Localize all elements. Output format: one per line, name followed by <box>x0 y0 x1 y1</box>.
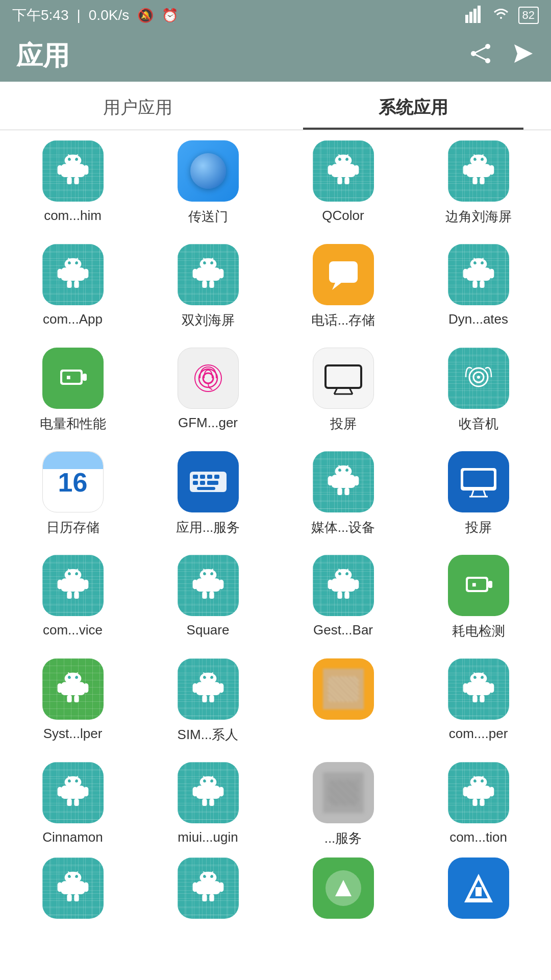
app-item-17[interactable]: com...vice <box>5 555 140 640</box>
svg-text:■: ■ <box>66 373 70 381</box>
svg-line-106 <box>471 491 473 497</box>
svg-rect-133 <box>354 580 359 590</box>
svg-rect-134 <box>337 592 342 599</box>
svg-rect-52 <box>192 269 197 279</box>
app-item-9[interactable]: ■ 电量和性能 <box>5 348 140 433</box>
page-title: 应用 <box>16 38 69 74</box>
app-item-30[interactable] <box>140 857 276 925</box>
svg-rect-42 <box>57 269 62 279</box>
app-label: miui...ugin <box>178 829 238 845</box>
app-item-14[interactable]: 应用...服务 <box>140 451 276 536</box>
battery-indicator: 82 <box>518 7 539 24</box>
svg-rect-141 <box>488 581 492 588</box>
app-item-20[interactable]: ■ 耗电检测 <box>411 555 546 640</box>
app-item-11[interactable]: 投屏 <box>276 348 411 433</box>
svg-rect-73 <box>83 374 87 381</box>
svg-rect-155 <box>196 682 220 695</box>
app-item-25[interactable]: Cinnamon <box>5 762 140 847</box>
app-item-26[interactable]: miui...ugin <box>140 762 276 847</box>
svg-line-8 <box>473 54 488 61</box>
svg-rect-142 <box>468 579 486 590</box>
status-left: 下午5:43 | 0.0K/s 🔕 ⏰ <box>12 6 178 25</box>
svg-rect-114 <box>67 592 71 599</box>
svg-rect-12 <box>57 165 62 175</box>
app-item-28[interactable]: com...tion <box>411 762 546 847</box>
app-item-27[interactable]: ...服务 <box>276 762 411 847</box>
app-item-2[interactable]: 传送门 <box>140 140 276 226</box>
app-label: com...vice <box>43 622 103 638</box>
svg-marker-9 <box>514 44 533 63</box>
app-item-19[interactable]: Gest...Bar <box>276 555 411 640</box>
app-item-8[interactable]: Dyn...ates <box>411 244 546 329</box>
app-item-24[interactable]: com....per <box>411 658 546 744</box>
tab-bar: 用户应用 系统应用 <box>0 82 551 130</box>
svg-marker-61 <box>332 283 341 290</box>
app-grid: com...him 传送门 QColor 边角刘海屏 <box>0 130 551 857</box>
app-item-31[interactable] <box>276 857 411 925</box>
svg-rect-156 <box>192 683 197 693</box>
app-item-7[interactable]: 电话...存储 <box>276 244 411 329</box>
app-item-12[interactable]: 收音机 <box>411 348 546 433</box>
svg-rect-25 <box>344 177 349 184</box>
svg-rect-100 <box>344 488 349 495</box>
svg-rect-90 <box>214 475 219 479</box>
svg-rect-66 <box>472 281 477 288</box>
app-item-1[interactable]: com...him <box>5 140 140 226</box>
svg-rect-135 <box>344 592 349 599</box>
svg-rect-0 <box>465 15 468 23</box>
app-item-22[interactable]: SIM...系人 <box>140 658 276 744</box>
app-label: 应用...服务 <box>176 519 240 536</box>
svg-rect-79 <box>325 365 361 388</box>
app-item-16[interactable]: 投屏 <box>411 451 546 536</box>
app-item-18[interactable]: Square <box>140 555 276 640</box>
svg-rect-55 <box>209 281 214 288</box>
app-item-32[interactable] <box>411 857 546 925</box>
app-label: 收音机 <box>459 415 498 433</box>
svg-rect-11 <box>61 164 85 177</box>
app-label: 电量和性能 <box>40 415 106 433</box>
svg-rect-187 <box>219 787 223 797</box>
alarm-icon: ⏰ <box>162 8 178 23</box>
svg-rect-65 <box>489 269 494 279</box>
header: 应用 <box>0 31 551 82</box>
svg-rect-216 <box>192 883 197 892</box>
svg-rect-2 <box>473 9 477 23</box>
svg-rect-168 <box>472 695 477 702</box>
app-item-23[interactable] <box>276 658 411 744</box>
tab-user-apps[interactable]: 用户应用 <box>0 82 276 130</box>
svg-rect-67 <box>480 281 484 288</box>
app-item-29[interactable] <box>5 857 140 925</box>
send-button[interactable] <box>512 42 535 70</box>
app-item-21[interactable]: Syst...lper <box>5 658 140 744</box>
svg-rect-124 <box>202 592 207 599</box>
svg-rect-145 <box>61 682 85 695</box>
app-item-6[interactable]: 双刘海屏 <box>140 244 276 329</box>
app-label: 日历存储 <box>46 519 99 536</box>
svg-rect-63 <box>466 267 490 281</box>
svg-rect-218 <box>202 894 207 901</box>
app-item-4[interactable]: 边角刘海屏 <box>411 140 546 226</box>
svg-rect-178 <box>67 799 71 806</box>
app-item-15[interactable]: 媒体...设备 <box>276 451 411 536</box>
tab-system-apps[interactable]: 系统应用 <box>276 82 551 130</box>
status-right: 82 <box>465 5 539 27</box>
app-item-13[interactable]: 16 日历存储 <box>5 451 140 536</box>
svg-rect-43 <box>84 269 88 279</box>
app-item-5[interactable]: com...App <box>5 244 140 329</box>
wifi-icon <box>492 5 510 27</box>
svg-rect-44 <box>67 281 71 288</box>
app-label: Dyn...ates <box>448 311 508 327</box>
svg-rect-24 <box>337 177 342 184</box>
app-item-3[interactable]: QColor <box>276 140 411 226</box>
app-label: Square <box>187 622 230 638</box>
svg-rect-112 <box>57 580 62 590</box>
share-button[interactable] <box>469 42 492 70</box>
svg-rect-179 <box>74 799 79 806</box>
app-item-10[interactable]: GFM...ger <box>140 348 276 433</box>
svg-rect-227 <box>475 887 482 896</box>
status-bar: 下午5:43 | 0.0K/s 🔕 ⏰ 82 <box>0 0 551 31</box>
svg-rect-32 <box>463 165 467 175</box>
svg-rect-54 <box>202 281 207 288</box>
svg-rect-123 <box>219 580 223 590</box>
svg-rect-208 <box>67 894 71 901</box>
